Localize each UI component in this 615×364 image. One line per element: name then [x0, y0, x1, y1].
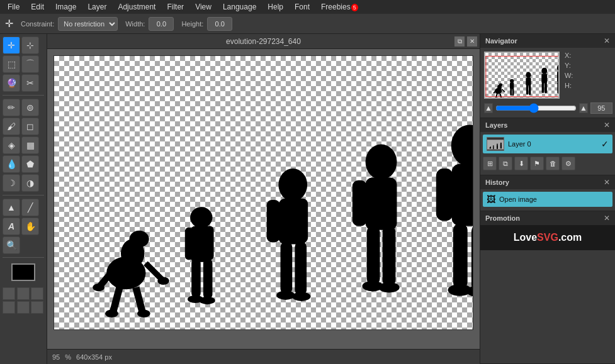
canvas-restore-button[interactable]: ⧉: [454, 36, 465, 47]
lasso-tool[interactable]: ⌒: [21, 55, 39, 73]
zoom-out-button[interactable]: ▲: [484, 103, 493, 113]
right-panel: Navigator ✕: [480, 34, 615, 364]
layer-row[interactable]: Layer 0 ✓: [483, 135, 612, 153]
gradient-tool[interactable]: ▦: [21, 136, 39, 154]
smudge-tool[interactable]: ⬟: [21, 155, 39, 173]
tool-row-10: A ✋: [3, 218, 44, 235]
preset-2[interactable]: [17, 287, 30, 300]
layer-new-button[interactable]: ⊞: [483, 157, 497, 170]
height-label: Height:: [181, 20, 203, 28]
promo-content: LoveSVG.com: [480, 225, 615, 250]
menu-font[interactable]: Font: [290, 1, 315, 13]
eyedropper-tool[interactable]: 💧: [3, 155, 20, 173]
preset-4[interactable]: [3, 301, 15, 314]
brush-tool[interactable]: 🖌: [3, 118, 20, 135]
history-close-button[interactable]: ✕: [604, 178, 610, 187]
menu-file[interactable]: File: [3, 1, 25, 13]
menu-language[interactable]: Language: [218, 1, 261, 13]
layer-flag-button[interactable]: ⚑: [530, 157, 544, 170]
svg-rect-16: [203, 258, 213, 299]
line-tool[interactable]: ╱: [21, 199, 39, 216]
preset-5[interactable]: [17, 301, 30, 314]
promo-header: Promotion ✕: [480, 211, 615, 225]
menu-help[interactable]: Help: [262, 1, 288, 13]
color-swatch[interactable]: [11, 263, 35, 281]
menu-layer[interactable]: Layer: [82, 1, 111, 13]
crop-tool[interactable]: ✂: [21, 74, 39, 92]
constraint-label: Constraint:: [21, 20, 54, 28]
menu-edit[interactable]: Edit: [26, 1, 49, 13]
height-input[interactable]: [207, 17, 232, 31]
menu-freebies[interactable]: Freebies5: [316, 1, 363, 13]
tool-row-5: 🖌 ◻: [3, 118, 44, 135]
svg-line-49: [500, 94, 501, 98]
canvas-close-button[interactable]: ✕: [467, 36, 477, 47]
menu-adjustment[interactable]: Adjustment: [113, 1, 161, 13]
canvas-area[interactable]: [47, 49, 480, 349]
preset-6[interactable]: [31, 301, 43, 314]
canvas-container: evolution-297234_640 ⧉ ✕: [47, 34, 480, 364]
pen-tool[interactable]: ✏: [3, 99, 20, 116]
clone-tool[interactable]: ⊚: [21, 99, 39, 116]
width-input[interactable]: [149, 17, 174, 31]
promo-logo[interactable]: LoveSVG.com: [514, 232, 582, 243]
zoom-input[interactable]: [590, 102, 612, 114]
eraser-tool[interactable]: ◻: [21, 118, 39, 135]
menu-view[interactable]: View: [190, 1, 217, 13]
layer-delete-button[interactable]: 🗑: [546, 157, 560, 170]
navigator-thumbnail: [484, 52, 560, 99]
rect-select-tool[interactable]: ⬚: [3, 55, 20, 73]
svg-rect-40: [471, 224, 473, 291]
tool-divider-1: [3, 95, 44, 96]
svg-point-74: [493, 145, 494, 146]
layers-close-button[interactable]: ✕: [604, 121, 610, 130]
promo-close-button[interactable]: ✕: [604, 214, 610, 223]
tool-divider-3: [3, 257, 44, 258]
fill-tool[interactable]: ◈: [3, 136, 20, 154]
menu-image[interactable]: Image: [50, 1, 81, 13]
move-tool[interactable]: ✛: [3, 36, 20, 54]
svg-rect-36: [452, 164, 473, 226]
layer-merge-button[interactable]: ⬇: [514, 157, 528, 170]
text-tool[interactable]: A: [3, 218, 20, 235]
height-group: Height:: [181, 17, 232, 31]
svg-rect-32: [383, 226, 396, 286]
selection-tool[interactable]: ⊹: [21, 36, 39, 54]
shape-tool[interactable]: ▲: [3, 199, 20, 216]
zoom-slider[interactable]: [495, 103, 577, 113]
menu-filter[interactable]: Filter: [162, 1, 189, 13]
burn-tool[interactable]: ◑: [21, 174, 39, 192]
navigator-close-button[interactable]: ✕: [604, 36, 610, 45]
checkered-background: [54, 55, 473, 330]
svg-point-9: [93, 284, 104, 291]
wand-tool[interactable]: 🔮: [3, 74, 20, 92]
svg-rect-38: [471, 164, 473, 218]
layer-settings-button[interactable]: ⚙: [561, 157, 575, 170]
dodge-tool[interactable]: ☽: [3, 174, 20, 192]
svg-rect-14: [206, 226, 213, 260]
svg-rect-75: [493, 146, 494, 149]
preset-1[interactable]: [3, 287, 15, 300]
history-row[interactable]: 🖼 Open image: [483, 192, 612, 207]
svg-line-4: [145, 263, 162, 280]
layer-duplicate-button[interactable]: ⧉: [499, 157, 512, 170]
svg-point-58: [541, 68, 547, 74]
preset-3[interactable]: [31, 287, 43, 300]
svg-rect-63: [557, 71, 560, 82]
zoom-unit: %: [65, 353, 71, 361]
svg-point-25: [276, 290, 295, 300]
layer-visibility-icon[interactable]: ✓: [601, 139, 609, 149]
svg-point-73: [490, 146, 491, 148]
navigator-panel: Navigator ✕: [480, 34, 615, 118]
tool-row-8: ☽ ◑: [3, 174, 44, 192]
layers-title: Layers: [485, 121, 507, 129]
layers-header: Layers ✕: [480, 118, 615, 132]
tool-row-3: 🔮 ✂: [3, 74, 44, 92]
hand-tool[interactable]: ✋: [21, 218, 39, 235]
zoom-in-button[interactable]: ▲: [579, 103, 588, 113]
svg-point-45: [499, 83, 503, 86]
svg-point-62: [557, 64, 560, 72]
constraint-select[interactable]: No restriction: [58, 17, 118, 31]
svg-point-26: [292, 292, 310, 301]
zoom-tool[interactable]: 🔍: [3, 236, 20, 254]
